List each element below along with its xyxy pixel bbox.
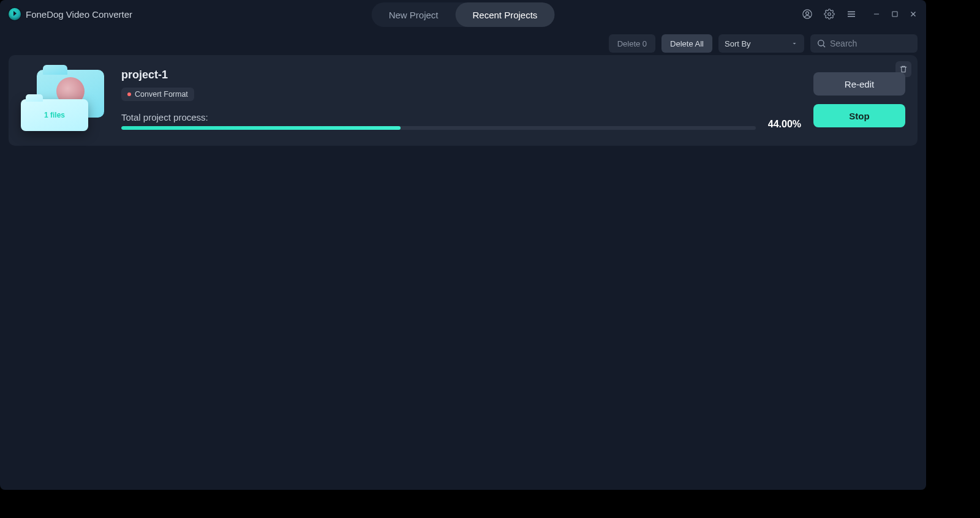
- toolbar: Delete 0 Delete All Sort By: [0, 28, 926, 55]
- reedit-button[interactable]: Re-edit: [813, 72, 905, 96]
- brand: FoneDog Video Converter: [9, 8, 132, 20]
- tab-recent-projects[interactable]: Recent Projects: [455, 2, 554, 27]
- project-main: project-1 Convert Format Total project p…: [121, 69, 905, 131]
- tab-label: Recent Projects: [472, 10, 537, 20]
- search-input[interactable]: [830, 39, 911, 48]
- stop-button[interactable]: Stop: [813, 104, 905, 127]
- progress-bar: [121, 126, 756, 130]
- sort-by-label: Sort By: [725, 39, 751, 48]
- tab-label: New Project: [389, 10, 439, 20]
- progress-percent: 44.00%: [768, 119, 801, 130]
- project-thumbnail: 1 files: [21, 70, 107, 131]
- status-dot-icon: [127, 92, 131, 96]
- svg-point-1: [806, 12, 809, 15]
- chevron-down-icon: [791, 40, 798, 47]
- settings-icon[interactable]: [821, 6, 838, 23]
- app-title: FoneDog Video Converter: [26, 9, 132, 20]
- button-label: Delete All: [670, 39, 704, 48]
- minimize-icon[interactable]: [869, 6, 884, 23]
- main-tabs: New Project Recent Projects: [372, 2, 555, 27]
- button-label: Re-edit: [845, 79, 874, 89]
- button-label: Stop: [849, 111, 869, 121]
- progress-label: Total project process:: [121, 112, 756, 122]
- delete-selected-button[interactable]: Delete 0: [609, 34, 655, 53]
- window-controls: [869, 6, 921, 23]
- app-window: FoneDog Video Converter New Project Rece…: [0, 0, 926, 490]
- app-logo-icon: [9, 8, 21, 20]
- project-title: project-1: [121, 69, 801, 81]
- project-type-label: Convert Format: [135, 90, 188, 99]
- project-actions: Re-edit Stop: [813, 69, 905, 131]
- sort-by-select[interactable]: Sort By: [718, 34, 804, 53]
- search-box[interactable]: [810, 34, 918, 53]
- svg-point-10: [818, 40, 824, 46]
- progress-row: Total project process: 44.00%: [121, 112, 801, 130]
- menu-icon[interactable]: [843, 6, 860, 23]
- maximize-icon[interactable]: [887, 6, 903, 23]
- svg-line-11: [823, 45, 825, 47]
- project-type-tag: Convert Format: [121, 88, 194, 101]
- svg-point-2: [828, 13, 831, 16]
- file-count-label: 1 files: [44, 111, 65, 119]
- svg-rect-7: [892, 12, 897, 17]
- delete-all-button[interactable]: Delete All: [662, 34, 712, 53]
- project-card: 1 files project-1 Convert Format Total p…: [9, 55, 918, 146]
- close-icon[interactable]: [905, 6, 921, 23]
- account-icon[interactable]: [799, 6, 816, 23]
- titlebar: FoneDog Video Converter New Project Rece…: [0, 0, 926, 28]
- progress-bar-fill: [121, 126, 401, 130]
- titlebar-right: [799, 6, 921, 23]
- folder-front-icon: 1 files: [21, 99, 88, 131]
- tab-new-project[interactable]: New Project: [372, 2, 456, 27]
- search-icon: [816, 39, 826, 48]
- button-label: Delete 0: [617, 39, 647, 48]
